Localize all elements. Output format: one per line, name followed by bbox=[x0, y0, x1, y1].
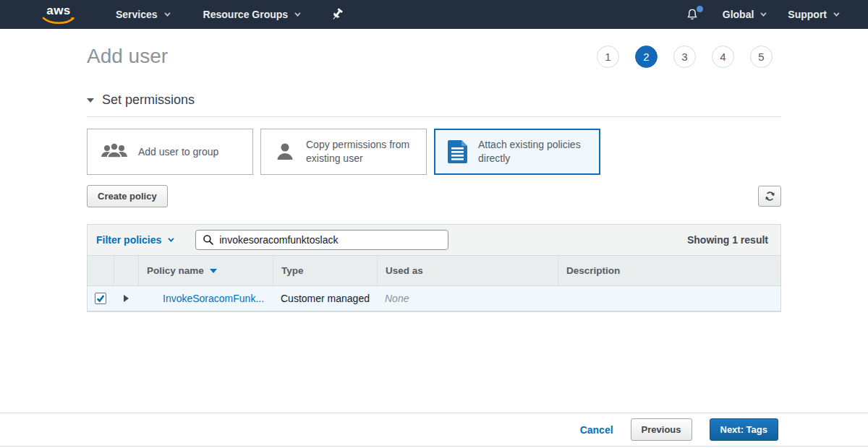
option-label: Attach existing policies directly bbox=[478, 138, 591, 165]
nav-support-label: Support bbox=[788, 9, 827, 20]
refresh-icon bbox=[764, 190, 776, 202]
checkmark-icon bbox=[96, 294, 105, 303]
aws-logo[interactable]: aws bbox=[42, 4, 75, 25]
nav-region-selector[interactable]: Global bbox=[723, 9, 765, 20]
filter-policies-label: Filter policies bbox=[96, 234, 161, 246]
table-header-row: Policy name Type Used as Description bbox=[88, 256, 780, 286]
create-policy-button[interactable]: Create policy bbox=[87, 185, 168, 207]
option-label: Copy permissions from existing user bbox=[306, 138, 417, 165]
option-label: Add user to group bbox=[138, 145, 218, 159]
aws-logo-text: aws bbox=[46, 4, 71, 17]
next-tags-button[interactable]: Next: Tags bbox=[710, 418, 779, 441]
notification-dot bbox=[697, 6, 703, 12]
policy-document-icon bbox=[447, 139, 469, 165]
policy-type-value: Customer managed bbox=[273, 293, 377, 304]
chevron-down-icon bbox=[164, 10, 170, 16]
row-checkbox[interactable] bbox=[95, 293, 106, 304]
select-all-column bbox=[88, 256, 114, 285]
policy-filter-bar: Filter policies Showing 1 result bbox=[88, 225, 780, 256]
column-header-used-as[interactable]: Used as bbox=[377, 256, 558, 285]
option-copy-permissions[interactable]: Copy permissions from existing user bbox=[260, 129, 427, 175]
top-navigation-bar: aws Services Resource Groups bbox=[0, 0, 868, 29]
chevron-down-icon bbox=[761, 10, 767, 16]
table-row: InvokeSoracomFunk... Customer managed No… bbox=[88, 286, 780, 311]
step-4-indicator[interactable]: 4 bbox=[712, 46, 734, 68]
column-label: Policy name bbox=[147, 265, 204, 276]
chevron-down-icon bbox=[833, 10, 839, 16]
expand-column bbox=[114, 256, 138, 285]
step-3-indicator[interactable]: 3 bbox=[673, 46, 696, 68]
refresh-button[interactable] bbox=[758, 186, 781, 207]
step-5-indicator[interactable]: 5 bbox=[750, 46, 773, 68]
policy-search-box bbox=[195, 230, 448, 250]
nav-services-label: Services bbox=[116, 9, 158, 20]
expand-arrow-icon bbox=[124, 295, 129, 302]
nav-support[interactable]: Support bbox=[788, 9, 838, 20]
single-user-icon bbox=[273, 140, 297, 163]
sort-descending-icon bbox=[210, 269, 217, 273]
policy-used-as-value: None bbox=[377, 293, 558, 304]
column-header-type[interactable]: Type bbox=[273, 256, 377, 285]
option-add-user-to-group[interactable]: Add user to group bbox=[87, 129, 253, 175]
column-label: Used as bbox=[386, 265, 423, 276]
nav-services[interactable]: Services bbox=[116, 9, 169, 20]
column-label: Description bbox=[566, 265, 620, 276]
wizard-footer: Cancel Previous Next: Tags bbox=[0, 413, 868, 447]
results-count: Showing 1 result bbox=[687, 234, 772, 246]
column-header-description[interactable]: Description bbox=[558, 256, 780, 285]
policy-table: Filter policies Showing 1 result Policy … bbox=[87, 224, 781, 312]
collapse-arrow-icon bbox=[87, 98, 94, 103]
column-label: Type bbox=[281, 265, 304, 276]
previous-button[interactable]: Previous bbox=[631, 418, 692, 441]
policy-search-input[interactable] bbox=[219, 234, 441, 246]
option-attach-existing-policies[interactable]: Attach existing policies directly bbox=[434, 129, 600, 175]
page-title: Add user bbox=[87, 45, 168, 68]
nav-resource-groups[interactable]: Resource Groups bbox=[203, 9, 299, 20]
chevron-down-icon bbox=[168, 236, 174, 241]
wizard-step-indicator: 1 2 3 4 5 bbox=[597, 46, 781, 68]
pushpin-icon[interactable] bbox=[329, 7, 345, 22]
aws-smile-icon bbox=[42, 17, 75, 25]
policy-name-link[interactable]: InvokeSoracomFunk... bbox=[163, 293, 264, 304]
cancel-button[interactable]: Cancel bbox=[580, 424, 613, 436]
set-permissions-section-toggle[interactable]: Set permissions bbox=[87, 92, 781, 117]
user-group-icon bbox=[100, 141, 129, 163]
step-1-indicator[interactable]: 1 bbox=[597, 46, 619, 68]
section-title: Set permissions bbox=[102, 92, 195, 108]
nav-resource-groups-label: Resource Groups bbox=[203, 9, 288, 20]
step-2-indicator[interactable]: 2 bbox=[635, 46, 658, 68]
nav-region-label: Global bbox=[723, 9, 754, 20]
column-header-policy-name[interactable]: Policy name bbox=[138, 256, 273, 285]
notifications-bell-icon[interactable] bbox=[685, 7, 699, 22]
permission-option-cards: Add user to group Copy permissions from … bbox=[87, 129, 781, 175]
search-icon bbox=[203, 234, 214, 246]
filter-policies-dropdown[interactable]: Filter policies bbox=[96, 234, 172, 246]
main-content: Add user 1 2 3 4 5 Set permissions bbox=[0, 45, 868, 312]
chevron-down-icon bbox=[294, 10, 300, 16]
nav-right-section: Global Support bbox=[685, 7, 868, 22]
row-expand-toggle[interactable] bbox=[114, 295, 138, 302]
